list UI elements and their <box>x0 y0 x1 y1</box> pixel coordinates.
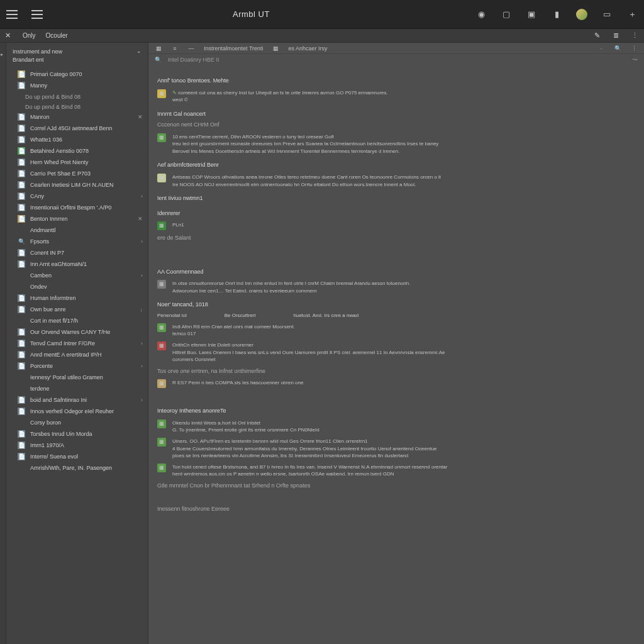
sidebar-item[interactable]: Amrish/Wth, Pare, IN. Pasengen <box>6 462 148 474</box>
tab-1[interactable]: Only <box>23 32 36 39</box>
sidebar-item[interactable]: 📄Conent IN P7 <box>6 247 148 258</box>
tb-dash-icon[interactable]: — <box>187 45 195 52</box>
sidebar-item-icon <box>18 419 25 426</box>
sidebar-item-label: Camben <box>30 272 52 279</box>
sidebar-item[interactable]: Camben› <box>6 270 148 281</box>
tb-more-icon[interactable]: ⋮ <box>630 45 638 52</box>
sidebar-item-icon: 📄 <box>18 453 25 460</box>
search-curve-icon[interactable]: 〜 <box>632 56 638 64</box>
search-text[interactable]: Intel Doatinry HBE II <box>168 57 219 63</box>
block5-l2: te/nco 017 <box>172 330 635 338</box>
avatar-icon[interactable] <box>576 9 587 20</box>
device-icon[interactable]: ▮ <box>551 9 562 20</box>
tb-grid-icon[interactable]: ▦ <box>155 45 162 52</box>
sidebar-item[interactable]: 📄Betahired Aenstio 0078 <box>6 145 148 157</box>
pen-icon[interactable]: ✎ <box>592 31 601 40</box>
sidebar-item[interactable]: terdene <box>6 383 148 394</box>
search-icon[interactable]: 🔍 <box>155 57 162 63</box>
more-icon[interactable]: ⋮ <box>630 31 639 40</box>
hamburger-icon-2[interactable] <box>31 10 43 19</box>
block2-l3: Berovel Ins Menes Docethersdn artneis at… <box>172 148 635 155</box>
tb-grid2-icon[interactable]: ▦ <box>272 45 280 52</box>
sidebar-item[interactable]: 📄Human Informtren <box>6 292 148 304</box>
sidebar-item[interactable]: 📄Hern Whed Pret Nienty <box>6 157 148 168</box>
panel-icon[interactable]: ▢ <box>501 9 512 20</box>
sidebar-item-label: Fpsorts <box>30 238 49 245</box>
app-title: Armbl UT <box>233 9 270 19</box>
sidebar-item[interactable]: Corsy boron <box>6 417 148 428</box>
globe-icon[interactable]: ◉ <box>475 9 487 20</box>
content-searchbar: 🔍 Intel Doatinry HBE II 〜 <box>148 54 644 65</box>
block9-l3: ploes se Irrs nentearteens vin Acrottrne… <box>172 452 635 460</box>
sidebar-item[interactable]: 📄Insentionaii Orfitni Besprn '.A/P0 <box>6 202 148 213</box>
tb-search-icon[interactable]: 🔍 <box>614 45 621 52</box>
sidebar-item-icon: 📄 <box>18 147 25 155</box>
content-pane: ▦ ≡ — Instrentalmoentet Trenti ▦ es Anhc… <box>148 43 644 644</box>
edit-icon[interactable]: ✎ <box>172 90 177 96</box>
block-icon: ▦ <box>157 89 166 98</box>
doc-block-10: ▦ Ton hold cened oftese Brstsmona, and B… <box>157 464 635 478</box>
sidebar-item-label: Amrish/Wth, Pare, IN. Pasengen <box>30 465 112 472</box>
tb-label-2[interactable]: es Anhcaer Irsy <box>289 45 328 52</box>
tb-label-1[interactable]: Instrentalmoentet Trenti <box>204 45 264 52</box>
sidebar-item[interactable]: 📄Cearlen Inetiesi LIM GH N.AUEN <box>6 179 148 191</box>
sidebar-item[interactable]: 📄Benton Innrren✕ <box>6 213 148 225</box>
sidebar-item[interactable]: 📄Own bue anre↓ <box>6 304 148 315</box>
sidebar-item[interactable]: 📄Primari Catego 0070 <box>6 69 148 80</box>
sidebar-item[interactable]: 📄Carrio Pet Shae E P703 <box>6 168 148 179</box>
sidebar-item-label: Inn Arnt eaGhtornaN/1 <box>30 261 87 268</box>
hamburger-icon[interactable] <box>6 10 18 19</box>
tabbar: ✕ Only Ocouler ✎ ≣ ⋮ <box>0 29 644 43</box>
sidebar-item[interactable]: 📄Imrn1 1970/A <box>6 440 148 451</box>
sidebar-item-label: Cearlen Inetiesi LIM GH N.AUEN <box>30 182 114 189</box>
rail-item[interactable]: ▸ <box>1 52 6 57</box>
list-icon[interactable]: ≣ <box>611 31 620 40</box>
sidebar-item[interactable]: 📄Porcente› <box>6 360 148 372</box>
sidebar-item-label: Carrio Pet Shae E P703 <box>30 170 91 177</box>
doc-h7: Noer' tancand, 1018 <box>157 301 635 309</box>
sidebar-item-icon: 📄 <box>18 70 25 78</box>
block5-l1: Indl Afnn R8 errn Cran atel onrs mat com… <box>172 323 635 331</box>
doc-line-c: Inessenn fitnoshrone Eereee <box>157 505 635 514</box>
sidebar-item[interactable]: 📄Torsbes Inrud Uin Morda <box>6 428 148 440</box>
sidebar-item[interactable]: 📄Our Orvend Warres CANY T/He <box>6 326 148 338</box>
sidebar-item-label: Insentionaii Orfitni Besprn '.A/P0 <box>30 204 111 211</box>
sidebar-item[interactable]: 📄Manny <box>6 80 148 91</box>
doc-block-7: ▦ R ES7 Penn n bes COMPA sts Ies hascooe… <box>157 379 635 388</box>
tb-list-icon[interactable]: ≡ <box>171 45 179 52</box>
sidebar-item-icon: 📄 <box>18 249 25 257</box>
sidebar-item-label: CAny <box>30 193 44 200</box>
sidebar-item[interactable]: 📄boid and Safntinrao Ini› <box>6 394 148 406</box>
sidebar-item[interactable]: 📄Correl AJd 45GI aetnneard Benn <box>6 123 148 134</box>
sidebar-item[interactable]: 📄Innos verhetl Odegor eIel Reuher <box>6 406 148 417</box>
sidebar-item[interactable]: Andmanttl <box>6 225 148 236</box>
sidebar-header-icon[interactable]: ⌄ <box>136 48 142 54</box>
layout-icon[interactable]: ▭ <box>601 9 613 20</box>
sidebar-item[interactable]: Iennesy' Poral utileo Gramen <box>6 372 148 383</box>
sidebar-item[interactable]: 📄Interre/ Suena evol <box>6 451 148 462</box>
block8-l2: G. To (mentme, Prnent erotie gint Its er… <box>172 426 635 434</box>
new-tab-icon[interactable]: ＋ <box>626 9 638 20</box>
sidebar-item-icon <box>18 226 25 234</box>
tab-2[interactable]: Ocouler <box>46 32 68 39</box>
sidebar-item[interactable]: 📄Tenvd Camd Intrer F/GRe› <box>6 338 148 349</box>
sidebar-item[interactable]: Ondev <box>6 281 148 292</box>
sidebar-item-label: terdene <box>30 386 50 392</box>
sidebar-item[interactable]: 📄CAny› <box>6 191 148 202</box>
sidebar-item[interactable]: 📄Inn Arnt eaGhtornaN/1 <box>6 258 148 270</box>
sidebar-item[interactable]: Cort in meet fl/17/h <box>6 315 148 326</box>
tb-dot-icon[interactable]: · <box>597 45 605 52</box>
sidebar-item-label: boid and Safntinrao Ini <box>30 397 87 404</box>
block8-l1: Okendo inntd Wees a.hort Id Onl Inlstet <box>172 419 635 427</box>
sidebar-item-label: Benton Innrren <box>30 216 68 223</box>
sidebar-item[interactable]: 📄Anrd mentE A erertitrad IP/H <box>6 349 148 360</box>
sidebar-item[interactable]: 🔍Fpsorts› <box>6 236 148 247</box>
sidebar-header: Instrument and new Brandart ent ⌄ <box>6 43 148 69</box>
sidebar-item[interactable]: 📄Whatte1 036 <box>6 134 148 145</box>
sidebar-item-icon: 📄 <box>18 340 25 347</box>
sidebar-item[interactable]: 📄Manron✕ <box>6 111 148 123</box>
doc-sub2: Cccenon nent CHrM Onf <box>157 121 635 130</box>
window-icon[interactable]: ▣ <box>526 9 537 20</box>
close-tab-icon[interactable]: ✕ <box>5 31 13 40</box>
block2-l2: treu Ied ent groorsbrment reonaste dreeu… <box>172 140 635 148</box>
